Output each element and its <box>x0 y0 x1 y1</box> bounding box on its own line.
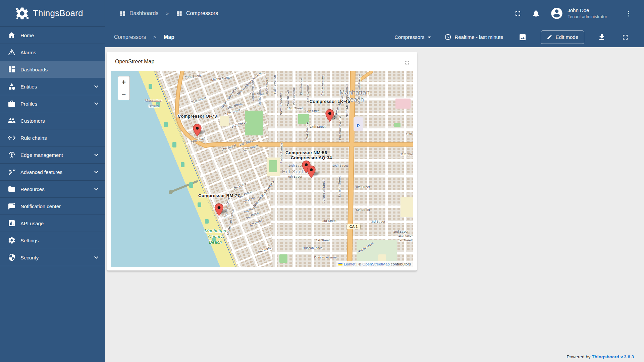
toolbar-breadcrumb-compressors[interactable]: Compressors <box>114 34 146 40</box>
widget-expand-icon[interactable] <box>404 60 410 66</box>
street-label: Oak Avenue <box>305 122 309 139</box>
toolbar-breadcrumb-separator: > <box>153 34 156 40</box>
street-label: 10th Street <box>332 164 348 167</box>
entity-state-value: Compressors <box>394 34 424 40</box>
zoom-in-button[interactable]: + <box>118 76 129 88</box>
dashboard-image-icon[interactable] <box>519 33 527 41</box>
sidebar-item-security[interactable]: Security <box>0 249 105 266</box>
street-label: Larsson Street <box>337 176 341 197</box>
user-menu[interactable]: John Doe Tenant administrator <box>550 7 607 20</box>
breadcrumb-dashboards[interactable]: Dashboards <box>129 10 158 16</box>
app-title: ThingsBoard <box>33 8 83 18</box>
chevron-down-icon <box>92 253 100 261</box>
api-usage-icon <box>8 219 16 227</box>
attribution-separator: | © <box>355 262 362 266</box>
map-attribution: Leaflet | © OpenStreetMap contributors <box>336 261 413 267</box>
sidebar-item-label: Resources <box>20 186 45 192</box>
fullscreen-icon[interactable] <box>514 9 522 17</box>
map-area-beach_veg <box>164 122 168 127</box>
attribution-suffix: contributors <box>390 262 411 266</box>
breadcrumb-compressors[interactable]: Compressors <box>186 10 218 16</box>
street-label: 5th Street <box>356 208 370 212</box>
settings-icon <box>8 236 16 244</box>
street-label: 1st Place <box>398 234 411 237</box>
place-label: P <box>357 123 360 128</box>
profiles-icon <box>8 100 16 108</box>
sidebar-item-api-usage[interactable]: API usage <box>0 215 105 232</box>
leaflet-map[interactable]: 23rd StreetMarine AvenueNorth Valley Dri… <box>111 71 413 267</box>
chevron-down-icon <box>92 100 100 108</box>
map-pin-icon <box>193 124 202 137</box>
edit-mode-button[interactable]: Edit mode <box>541 31 584 44</box>
sidebar-item-label: Rule chains <box>20 135 47 141</box>
sidebar-item-resources[interactable]: Resources <box>0 181 105 198</box>
toolbar-breadcrumb-map: Map <box>164 34 174 40</box>
map-area-beach_veg <box>205 219 209 224</box>
sidebar-item-entities[interactable]: Entities <box>0 78 105 95</box>
street-label: John Street <box>265 78 269 95</box>
sidebar-menu: HomeAlarmsDashboardsEntitiesProfilesCust… <box>0 27 105 266</box>
sidebar-item-label: Entities <box>20 84 37 89</box>
sidebar: ThingsBoard HomeAlarmsDashboardsEntities… <box>0 0 105 362</box>
route-shield-badge: CA 1 <box>347 224 361 229</box>
entity-state-select[interactable]: Compressors <box>394 34 431 40</box>
edit-mode-label: Edit mode <box>555 34 578 40</box>
thingsboard-version-link[interactable]: Thingsboard v.3.6.3 <box>592 354 634 359</box>
sidebar-item-home[interactable]: Home <box>0 27 105 44</box>
street-label: Oak Avenue <box>306 84 310 102</box>
street-label: 12th <box>406 132 412 136</box>
download-icon[interactable] <box>598 33 606 41</box>
user-name: John Doe <box>568 7 607 14</box>
map-area-beach_veg <box>181 162 184 167</box>
zoom-out-button[interactable]: − <box>118 88 129 100</box>
sidebar-item-settings[interactable]: Settings <box>0 232 105 249</box>
customers-icon <box>8 117 16 125</box>
street-label: 8th Street <box>356 185 370 189</box>
marker-label: Compressor NM-56 <box>285 150 327 155</box>
sidebar-item-dashboards[interactable]: Dashboards <box>0 61 105 78</box>
sidebar-item-label: Dashboards <box>20 67 48 72</box>
sidebar-item-label: Customers <box>20 118 45 124</box>
sidebar-item-edge-management[interactable]: Edge management <box>0 146 105 164</box>
street-label: 17th Street <box>305 109 320 113</box>
sidebar-item-profiles[interactable]: Profiles <box>0 95 105 112</box>
marker-label: Compressor OI-73 <box>177 114 217 119</box>
chevron-down-icon <box>92 151 100 159</box>
sidebar-item-label: API usage <box>20 221 44 226</box>
map-area-school <box>400 197 413 217</box>
street-label: North Poinsettia <box>279 93 283 115</box>
leaflet-link[interactable]: Leaflet <box>344 262 356 266</box>
avatar <box>550 7 564 20</box>
more-options-kebab-icon[interactable]: ⋮ <box>625 9 630 17</box>
chevron-down-icon <box>428 37 431 38</box>
ukraine-flag-icon <box>338 263 342 265</box>
street-label: 9th Street <box>288 175 302 178</box>
notifications-bell-icon[interactable] <box>532 9 540 17</box>
dashboards-icon <box>8 65 16 73</box>
street-label: Walnut Ave <box>286 90 289 106</box>
powered-by-text: Powered by <box>567 354 590 359</box>
app-logo[interactable]: ThingsBoard <box>0 0 105 27</box>
pencil-icon <box>547 34 552 40</box>
map-area-beach_veg <box>172 142 176 147</box>
toolbar-fullscreen-icon[interactable] <box>621 33 629 41</box>
street-label: Palm Avenue <box>273 75 276 94</box>
sidebar-item-customers[interactable]: Customers <box>0 112 105 129</box>
map-area-park <box>269 160 277 172</box>
street-label: 18th Street <box>287 106 303 110</box>
street-label: Cedar Avenue <box>320 75 324 96</box>
sidebar-item-label: Home <box>20 33 34 38</box>
timewindow-button[interactable]: Realtime - last minute <box>444 34 503 41</box>
sidebar-item-advanced-features[interactable]: Advanced features <box>0 164 105 181</box>
chevron-down-icon <box>92 82 100 90</box>
powered-by: Powered by Thingsboard v.3.6.3 <box>567 354 634 359</box>
map-area-school <box>220 116 229 126</box>
sidebar-item-rule-chains[interactable]: Rule chains <box>0 129 105 146</box>
place-label: Beach <box>148 104 159 108</box>
sidebar-item-alarms[interactable]: Alarms <box>0 44 105 61</box>
sidebar-item-notification-center[interactable]: Notification center <box>0 198 105 215</box>
openstreetmap-link[interactable]: OpenStreetMap <box>363 262 390 266</box>
breadcrumb-separator: > <box>166 11 169 16</box>
resources-icon <box>8 185 16 193</box>
street-label: Pine Avenue <box>292 87 296 105</box>
